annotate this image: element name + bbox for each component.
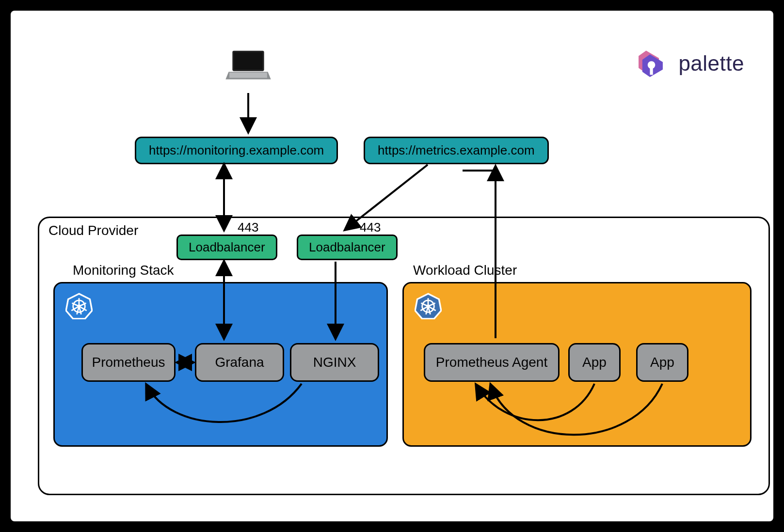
service-prometheus-agent: Prometheus Agent [424, 343, 560, 382]
palette-logo-icon [632, 45, 670, 82]
url-metrics: https://metrics.example.com [364, 137, 549, 164]
svg-rect-5 [234, 52, 262, 70]
service-nginx: NGINX [290, 343, 379, 382]
service-prometheus-label: Prometheus [92, 355, 165, 370]
service-app-2: App [636, 343, 688, 382]
service-prometheus: Prometheus [81, 343, 176, 382]
service-app2-label: App [650, 355, 674, 370]
loadbalancer-left-label: Loadbalancer [189, 240, 265, 254]
service-grafana: Grafana [195, 343, 284, 382]
svg-rect-7 [229, 73, 267, 78]
service-nginx-label: NGINX [313, 355, 356, 370]
url-monitoring-text: https://monitoring.example.com [149, 143, 324, 157]
svg-point-27 [427, 305, 430, 308]
monitoring-stack-label: Monitoring Stack [73, 263, 174, 278]
port-443-right: 443 [360, 220, 381, 235]
svg-point-17 [78, 305, 81, 308]
loadbalancer-right-label: Loadbalancer [309, 240, 385, 254]
diagram-canvas: palette https://monitoring.example.com h… [11, 11, 773, 521]
service-agent-label: Prometheus Agent [436, 355, 547, 370]
cloud-provider-label: Cloud Provider [48, 223, 138, 238]
loadbalancer-right: Loadbalancer [297, 235, 398, 260]
port-443-left: 443 [238, 220, 258, 235]
service-app1-label: App [582, 355, 607, 370]
url-monitoring: https://monitoring.example.com [135, 137, 338, 164]
svg-marker-36 [493, 165, 498, 172]
kubernetes-icon [65, 292, 93, 319]
service-app-1: App [568, 343, 621, 382]
laptop-icon [224, 48, 272, 82]
brand-name: palette [678, 51, 744, 76]
workload-cluster-label: Workload Cluster [413, 263, 517, 278]
brand: palette [632, 45, 744, 82]
svg-rect-3 [650, 67, 653, 75]
service-grafana-label: Grafana [215, 355, 264, 370]
loadbalancer-left: Loadbalancer [176, 235, 277, 260]
url-metrics-text: https://metrics.example.com [378, 143, 535, 157]
kubernetes-icon [415, 292, 442, 319]
